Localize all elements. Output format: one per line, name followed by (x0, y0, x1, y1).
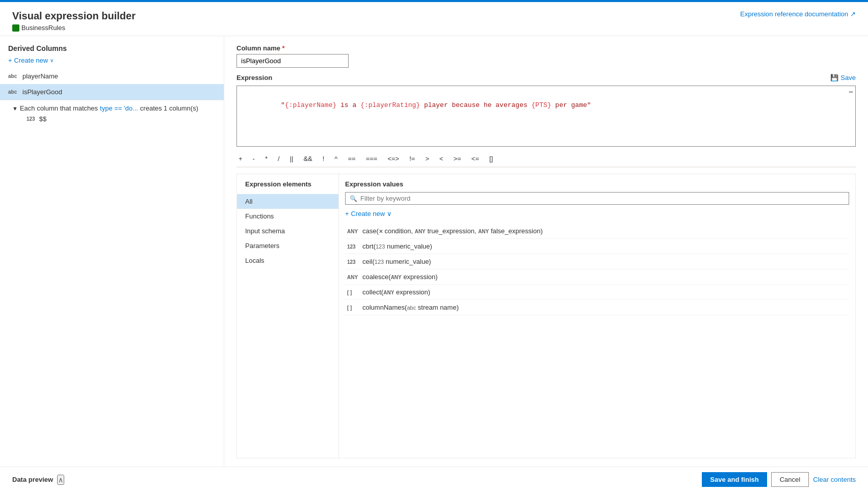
expression-header: Expression 💾 Save (236, 74, 856, 81)
op-bracket[interactable]: [] (487, 154, 495, 163)
create-new-values-label: Create new (351, 210, 385, 217)
elements-panel: Expression elements All Functions Input … (237, 174, 339, 458)
expr-var-playerRating: {:playerRating} (360, 101, 420, 109)
main-content: Derived Columns + Create new ∨ abc playe… (0, 36, 868, 467)
each-column-section: ▼ Each column that matches type == 'do..… (0, 100, 224, 130)
column-item-playerName[interactable]: abc playerName (0, 68, 224, 84)
derived-columns-title: Derived Columns (8, 44, 216, 52)
save-expression-button[interactable]: 💾 Save (830, 74, 856, 81)
expression-editor[interactable]: − "{:playerName} is a {:playerRating} pl… (236, 86, 856, 147)
each-column-text: Each column that matches (20, 104, 98, 112)
value-item-ceil[interactable]: 123 ceil(123 numeric_value) (345, 254, 849, 269)
op-gt[interactable]: > (423, 154, 431, 163)
external-link-icon: ↗ (850, 10, 856, 18)
header-left: Visual expression builder BusinessRules (12, 10, 136, 32)
op-plus[interactable]: + (236, 154, 245, 163)
op-lte[interactable]: <= (469, 154, 481, 163)
expand-button[interactable]: ▼ (12, 105, 18, 112)
values-title: Expression values (345, 180, 849, 188)
data-preview-toggle[interactable]: ∧ (57, 475, 64, 485)
val-func-columnNames: columnNames(abc stream name) (362, 304, 459, 311)
page-title: Visual expression builder (12, 10, 136, 22)
dollar-value: $$ (39, 115, 46, 123)
element-item-parameters[interactable]: Parameters (237, 238, 338, 253)
filter-input-wrapper[interactable]: 🔍 (345, 192, 849, 205)
op-strict-eq[interactable]: === (364, 154, 380, 163)
data-preview-area: Data preview ∧ (12, 475, 64, 485)
type-badge-isPlayerGood: abc (8, 89, 18, 95)
dollar-row: 123 $$ (12, 112, 216, 126)
op-eq[interactable]: == (346, 154, 357, 163)
creates-text: creates 1 column(s) (140, 104, 198, 112)
chevron-down-values-icon: ∨ (387, 210, 392, 217)
op-not[interactable]: ! (321, 154, 327, 163)
expr-var-pts: {PTS} (532, 101, 551, 109)
op-multiply[interactable]: * (263, 154, 270, 163)
minus-button[interactable]: − (849, 88, 853, 96)
val-type-collect: [ ] (347, 290, 358, 295)
op-lt[interactable]: < (437, 154, 445, 163)
save-icon: 💾 (830, 74, 838, 81)
op-minus[interactable]: - (251, 154, 257, 163)
val-func-collect: collect(ANY expression) (362, 288, 430, 296)
bottom-actions: Save and finish Cancel Clear contents (702, 472, 856, 487)
clear-contents-button[interactable]: Clear contents (813, 476, 856, 483)
business-rules-icon (12, 24, 19, 32)
values-list: ANY case(✕ condition, ANY true_expressio… (345, 224, 849, 452)
val-func-coalesce: coalesce(ANY expression) (362, 273, 438, 281)
operators-bar: + - * / || && ! ^ == === <=> != > < >= <… (236, 151, 856, 168)
expression-section: Expression 💾 Save − "{:playerName} is a … (236, 74, 856, 458)
element-item-input-schema[interactable]: Input schema (237, 224, 338, 238)
element-item-locals[interactable]: Locals (237, 253, 338, 268)
column-name-isPlayerGood: isPlayerGood (22, 88, 216, 96)
each-column-row: ▼ Each column that matches type == 'do..… (12, 104, 216, 112)
doc-link[interactable]: Expression reference documentation ↗ (740, 10, 856, 18)
type-link[interactable]: type == 'do... (100, 104, 138, 112)
dollar-type: 123 (27, 116, 35, 122)
expression-code: "{:playerName} is a {:playerRating} play… (241, 90, 851, 120)
op-caret[interactable]: ^ (332, 154, 339, 163)
element-item-all[interactable]: All (237, 194, 338, 209)
header-right[interactable]: Expression reference documentation ↗ (740, 10, 856, 18)
element-item-functions[interactable]: Functions (237, 209, 338, 224)
business-rules: BusinessRules (12, 24, 136, 32)
column-item-isPlayerGood[interactable]: abc isPlayerGood (0, 84, 224, 100)
val-type-case: ANY (347, 229, 358, 234)
val-func-ceil: ceil(123 numeric_value) (362, 258, 431, 265)
val-type-coalesce: ANY (347, 275, 358, 280)
column-name-label: Column name * (236, 44, 856, 52)
op-or[interactable]: || (288, 154, 296, 163)
value-item-collect[interactable]: [ ] collect(ANY expression) (345, 285, 849, 300)
left-panel: Derived Columns + Create new ∨ abc playe… (0, 36, 224, 467)
create-new-button[interactable]: + Create new ∨ (8, 57, 54, 64)
value-item-case[interactable]: ANY case(✕ condition, ANY true_expressio… (345, 224, 849, 239)
required-asterisk: * (282, 44, 285, 52)
chevron-down-icon: ∨ (50, 58, 54, 63)
header: Visual expression builder BusinessRules … (0, 2, 868, 36)
value-item-cbrt[interactable]: 123 cbrt(123 numeric_value) (345, 239, 849, 254)
op-gte[interactable]: >= (452, 154, 463, 163)
values-panel: Expression values 🔍 + Create new ∨ ANY (339, 174, 855, 458)
op-spaceship[interactable]: <=> (385, 154, 401, 163)
bottom-bar: Data preview ∧ Save and finish Cancel Cl… (0, 467, 868, 492)
save-and-finish-button[interactable]: Save and finish (702, 472, 767, 487)
val-type-cbrt: 123 (347, 244, 358, 250)
elements-title: Expression elements (237, 180, 338, 194)
type-badge-playerName: abc (8, 73, 18, 79)
op-divide[interactable]: / (276, 154, 282, 163)
value-item-coalesce[interactable]: ANY coalesce(ANY expression) (345, 269, 849, 285)
column-name-input[interactable] (236, 54, 349, 68)
op-neq[interactable]: != (407, 154, 417, 163)
expr-text-3: per game" (551, 101, 591, 109)
create-new-values-button[interactable]: + Create new ∨ (345, 210, 849, 217)
value-item-columnNames[interactable]: [ ] columnNames(abc stream name) (345, 300, 849, 315)
expr-text-1: is a (336, 101, 360, 109)
filter-input[interactable] (360, 195, 845, 202)
column-name-playerName: playerName (22, 72, 216, 80)
val-func-case: case(✕ condition, ANY true_expression, A… (362, 227, 543, 235)
business-rules-label: BusinessRules (21, 24, 65, 32)
val-func-cbrt: cbrt(123 numeric_value) (362, 242, 432, 250)
search-icon: 🔍 (350, 195, 357, 202)
op-and[interactable]: && (301, 154, 314, 163)
cancel-button[interactable]: Cancel (771, 472, 809, 487)
